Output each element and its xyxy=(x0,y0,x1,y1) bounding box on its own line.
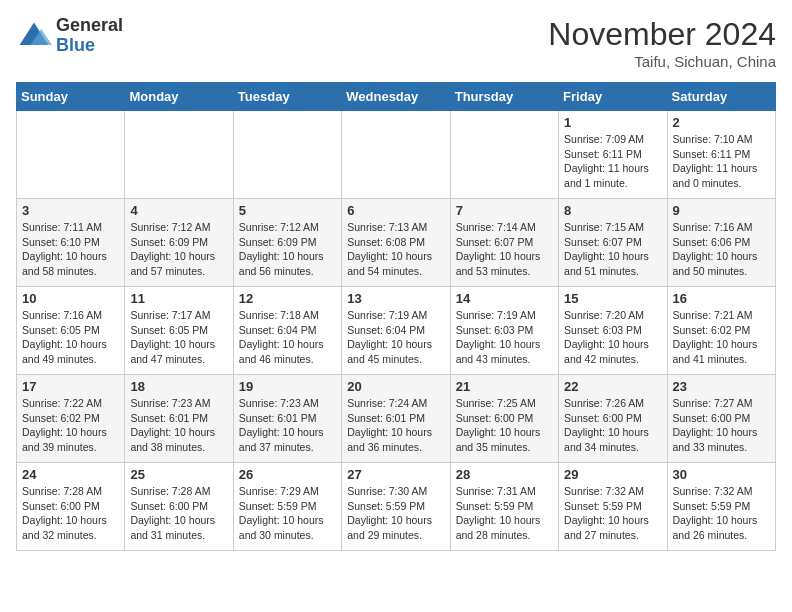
calendar-cell: 22Sunrise: 7:26 AM Sunset: 6:00 PM Dayli… xyxy=(559,375,667,463)
day-info: Sunrise: 7:32 AM Sunset: 5:59 PM Dayligh… xyxy=(564,484,661,543)
day-number: 1 xyxy=(564,115,661,130)
calendar-cell: 24Sunrise: 7:28 AM Sunset: 6:00 PM Dayli… xyxy=(17,463,125,551)
day-info: Sunrise: 7:11 AM Sunset: 6:10 PM Dayligh… xyxy=(22,220,119,279)
calendar-cell: 12Sunrise: 7:18 AM Sunset: 6:04 PM Dayli… xyxy=(233,287,341,375)
day-header-friday: Friday xyxy=(559,83,667,111)
day-info: Sunrise: 7:24 AM Sunset: 6:01 PM Dayligh… xyxy=(347,396,444,455)
day-number: 19 xyxy=(239,379,336,394)
calendar-cell: 29Sunrise: 7:32 AM Sunset: 5:59 PM Dayli… xyxy=(559,463,667,551)
day-info: Sunrise: 7:19 AM Sunset: 6:04 PM Dayligh… xyxy=(347,308,444,367)
calendar-cell: 7Sunrise: 7:14 AM Sunset: 6:07 PM Daylig… xyxy=(450,199,558,287)
day-header-tuesday: Tuesday xyxy=(233,83,341,111)
calendar-cell xyxy=(17,111,125,199)
calendar-cell: 26Sunrise: 7:29 AM Sunset: 5:59 PM Dayli… xyxy=(233,463,341,551)
calendar-cell: 10Sunrise: 7:16 AM Sunset: 6:05 PM Dayli… xyxy=(17,287,125,375)
location: Taifu, Sichuan, China xyxy=(548,53,776,70)
calendar-cell: 14Sunrise: 7:19 AM Sunset: 6:03 PM Dayli… xyxy=(450,287,558,375)
day-info: Sunrise: 7:15 AM Sunset: 6:07 PM Dayligh… xyxy=(564,220,661,279)
calendar-cell: 4Sunrise: 7:12 AM Sunset: 6:09 PM Daylig… xyxy=(125,199,233,287)
day-header-sunday: Sunday xyxy=(17,83,125,111)
day-info: Sunrise: 7:16 AM Sunset: 6:06 PM Dayligh… xyxy=(673,220,770,279)
day-number: 18 xyxy=(130,379,227,394)
day-info: Sunrise: 7:22 AM Sunset: 6:02 PM Dayligh… xyxy=(22,396,119,455)
day-info: Sunrise: 7:20 AM Sunset: 6:03 PM Dayligh… xyxy=(564,308,661,367)
day-number: 14 xyxy=(456,291,553,306)
day-info: Sunrise: 7:09 AM Sunset: 6:11 PM Dayligh… xyxy=(564,132,661,191)
day-number: 23 xyxy=(673,379,770,394)
day-number: 29 xyxy=(564,467,661,482)
calendar-cell: 6Sunrise: 7:13 AM Sunset: 6:08 PM Daylig… xyxy=(342,199,450,287)
calendar-cell: 16Sunrise: 7:21 AM Sunset: 6:02 PM Dayli… xyxy=(667,287,775,375)
day-number: 7 xyxy=(456,203,553,218)
logo: General Blue xyxy=(16,16,123,56)
calendar-cell: 1Sunrise: 7:09 AM Sunset: 6:11 PM Daylig… xyxy=(559,111,667,199)
calendar-cell: 8Sunrise: 7:15 AM Sunset: 6:07 PM Daylig… xyxy=(559,199,667,287)
day-number: 17 xyxy=(22,379,119,394)
day-header-wednesday: Wednesday xyxy=(342,83,450,111)
day-info: Sunrise: 7:18 AM Sunset: 6:04 PM Dayligh… xyxy=(239,308,336,367)
day-number: 2 xyxy=(673,115,770,130)
day-info: Sunrise: 7:30 AM Sunset: 5:59 PM Dayligh… xyxy=(347,484,444,543)
calendar-cell: 30Sunrise: 7:32 AM Sunset: 5:59 PM Dayli… xyxy=(667,463,775,551)
day-info: Sunrise: 7:21 AM Sunset: 6:02 PM Dayligh… xyxy=(673,308,770,367)
calendar-cell xyxy=(125,111,233,199)
day-number: 22 xyxy=(564,379,661,394)
logo-text: General Blue xyxy=(56,16,123,56)
day-info: Sunrise: 7:31 AM Sunset: 5:59 PM Dayligh… xyxy=(456,484,553,543)
day-number: 16 xyxy=(673,291,770,306)
day-number: 15 xyxy=(564,291,661,306)
day-number: 9 xyxy=(673,203,770,218)
day-info: Sunrise: 7:16 AM Sunset: 6:05 PM Dayligh… xyxy=(22,308,119,367)
day-number: 28 xyxy=(456,467,553,482)
month-year: November 2024 xyxy=(548,16,776,53)
day-number: 21 xyxy=(456,379,553,394)
day-number: 20 xyxy=(347,379,444,394)
day-header-monday: Monday xyxy=(125,83,233,111)
day-number: 3 xyxy=(22,203,119,218)
day-number: 8 xyxy=(564,203,661,218)
calendar-cell: 15Sunrise: 7:20 AM Sunset: 6:03 PM Dayli… xyxy=(559,287,667,375)
day-number: 11 xyxy=(130,291,227,306)
day-number: 25 xyxy=(130,467,227,482)
day-info: Sunrise: 7:17 AM Sunset: 6:05 PM Dayligh… xyxy=(130,308,227,367)
title-block: November 2024 Taifu, Sichuan, China xyxy=(548,16,776,70)
day-number: 26 xyxy=(239,467,336,482)
calendar-cell: 25Sunrise: 7:28 AM Sunset: 6:00 PM Dayli… xyxy=(125,463,233,551)
day-info: Sunrise: 7:10 AM Sunset: 6:11 PM Dayligh… xyxy=(673,132,770,191)
calendar-cell: 5Sunrise: 7:12 AM Sunset: 6:09 PM Daylig… xyxy=(233,199,341,287)
calendar-cell: 18Sunrise: 7:23 AM Sunset: 6:01 PM Dayli… xyxy=(125,375,233,463)
calendar-cell: 19Sunrise: 7:23 AM Sunset: 6:01 PM Dayli… xyxy=(233,375,341,463)
calendar-cell: 21Sunrise: 7:25 AM Sunset: 6:00 PM Dayli… xyxy=(450,375,558,463)
day-info: Sunrise: 7:23 AM Sunset: 6:01 PM Dayligh… xyxy=(130,396,227,455)
calendar-cell: 11Sunrise: 7:17 AM Sunset: 6:05 PM Dayli… xyxy=(125,287,233,375)
day-number: 5 xyxy=(239,203,336,218)
logo-icon xyxy=(16,18,52,54)
calendar-cell xyxy=(450,111,558,199)
calendar-cell xyxy=(233,111,341,199)
day-info: Sunrise: 7:12 AM Sunset: 6:09 PM Dayligh… xyxy=(130,220,227,279)
day-info: Sunrise: 7:27 AM Sunset: 6:00 PM Dayligh… xyxy=(673,396,770,455)
day-info: Sunrise: 7:26 AM Sunset: 6:00 PM Dayligh… xyxy=(564,396,661,455)
day-header-thursday: Thursday xyxy=(450,83,558,111)
calendar-cell: 9Sunrise: 7:16 AM Sunset: 6:06 PM Daylig… xyxy=(667,199,775,287)
day-number: 4 xyxy=(130,203,227,218)
day-info: Sunrise: 7:12 AM Sunset: 6:09 PM Dayligh… xyxy=(239,220,336,279)
day-header-saturday: Saturday xyxy=(667,83,775,111)
day-number: 27 xyxy=(347,467,444,482)
page-header: General Blue November 2024 Taifu, Sichua… xyxy=(16,16,776,70)
calendar-cell: 27Sunrise: 7:30 AM Sunset: 5:59 PM Dayli… xyxy=(342,463,450,551)
calendar-cell xyxy=(342,111,450,199)
calendar-cell: 3Sunrise: 7:11 AM Sunset: 6:10 PM Daylig… xyxy=(17,199,125,287)
day-info: Sunrise: 7:28 AM Sunset: 6:00 PM Dayligh… xyxy=(130,484,227,543)
day-number: 24 xyxy=(22,467,119,482)
calendar-cell: 2Sunrise: 7:10 AM Sunset: 6:11 PM Daylig… xyxy=(667,111,775,199)
day-info: Sunrise: 7:25 AM Sunset: 6:00 PM Dayligh… xyxy=(456,396,553,455)
calendar-table: SundayMondayTuesdayWednesdayThursdayFrid… xyxy=(16,82,776,551)
day-number: 13 xyxy=(347,291,444,306)
day-info: Sunrise: 7:13 AM Sunset: 6:08 PM Dayligh… xyxy=(347,220,444,279)
day-number: 10 xyxy=(22,291,119,306)
day-number: 6 xyxy=(347,203,444,218)
day-number: 12 xyxy=(239,291,336,306)
day-number: 30 xyxy=(673,467,770,482)
calendar-cell: 17Sunrise: 7:22 AM Sunset: 6:02 PM Dayli… xyxy=(17,375,125,463)
